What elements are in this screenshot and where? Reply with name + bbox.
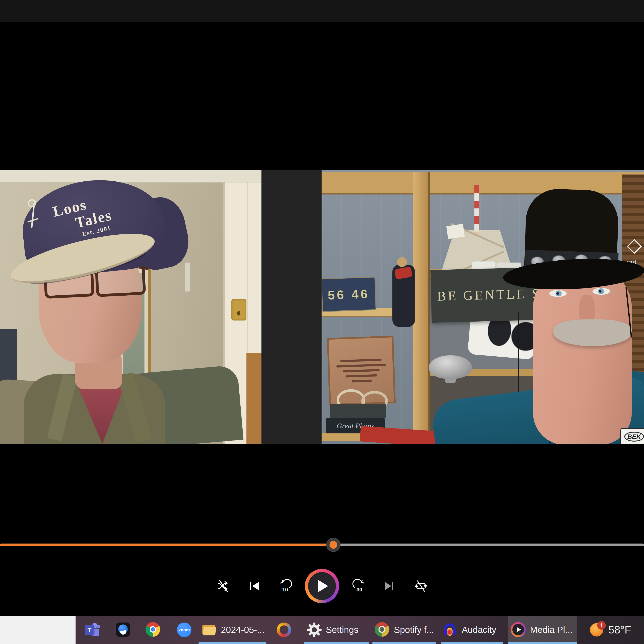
book-spine-dark: [330, 404, 386, 418]
forward-30-button[interactable]: 30: [351, 579, 366, 594]
gray-mustache: [553, 319, 632, 346]
svg-text:10: 10: [282, 587, 288, 592]
figurine-head: [397, 257, 407, 267]
rewind-10-icon: 10: [278, 579, 293, 594]
license-plate-number: 56 46: [328, 286, 370, 302]
model-derrick-pole: [474, 185, 479, 237]
video-feed-left-participant: Loos Tales Est. 2001: [0, 170, 261, 444]
cap-windmill-logo-wheel: [28, 199, 36, 207]
notification-badge: 1: [597, 621, 606, 630]
right-man-eye: [592, 288, 610, 295]
running-app-indicator: [372, 642, 436, 644]
hanging-cord: [518, 312, 519, 393]
plaque-text-line: [340, 358, 381, 362]
swirl-ring-app-icon: [277, 623, 291, 637]
taskbar-media-player-button-active[interactable]: Media Pl...: [508, 616, 577, 644]
plaque-text-line: [352, 380, 372, 382]
media-player-label: Media Pl...: [530, 625, 573, 635]
plaque-text-line: [345, 374, 377, 377]
play-button[interactable]: [305, 569, 339, 603]
running-app-indicator: [304, 642, 369, 644]
running-app-indicator: [441, 642, 503, 644]
rewind-10-button[interactable]: 10: [278, 579, 293, 594]
shuffle-off-button[interactable]: [216, 579, 231, 594]
video-feed-right-participant: 56 46 Great Plains BE GENTLE STAY F vere…: [322, 170, 644, 444]
zoom-app-icon: zoom: [177, 623, 191, 637]
silver-bowl: [429, 355, 472, 379]
play-button-inner: [308, 572, 336, 600]
shelf-top-beam: [322, 172, 644, 194]
white-card: [446, 224, 465, 239]
weather-sun-icon: 1: [590, 623, 603, 636]
bek-jacket-patch: BEK: [620, 428, 644, 444]
taskbar-settings-button[interactable]: Settings: [304, 616, 369, 644]
right-man-eye: [549, 290, 567, 297]
previous-track-icon: [247, 579, 262, 594]
taskbar-spotify-button[interactable]: Spotify f...: [372, 616, 436, 644]
shelf-post: [413, 172, 430, 444]
folder-icon: [202, 622, 217, 638]
taskbar-ring-app-button[interactable]: [275, 616, 293, 644]
seek-bar-fill: [0, 544, 333, 546]
white-window-corner: [0, 616, 76, 644]
svg-text:30: 30: [357, 587, 362, 592]
taskbar-chrome-button[interactable]: [144, 616, 163, 644]
taskbar-teams-button[interactable]: T: [83, 616, 102, 644]
seek-bar-handle-dot: [330, 541, 337, 549]
plaque-text-line: [343, 369, 380, 372]
license-plate: 56 46: [322, 277, 377, 312]
weather-temperature: 58°F: [608, 624, 631, 636]
deadbolt-keyhole: [237, 311, 240, 316]
running-app-indicator: [508, 642, 577, 644]
right-man-face: [533, 267, 632, 444]
patch-text: BEK: [627, 433, 641, 440]
media-player-icon: [511, 622, 526, 638]
teams-icon: T: [85, 622, 100, 638]
crown-molding: [0, 170, 261, 183]
audacity-icon: [442, 622, 458, 638]
play-icon: [318, 580, 328, 592]
eye-pupil: [599, 290, 601, 293]
taskbar-folder-button[interactable]: 2024-05-...: [199, 616, 266, 644]
eye-pupil: [556, 292, 559, 295]
patch-oval-border: BEK: [624, 432, 644, 442]
gear-icon: [307, 622, 322, 638]
forward-30-icon: 30: [351, 579, 366, 594]
repeat-off-icon: [413, 579, 428, 594]
settings-label: Settings: [326, 625, 358, 635]
next-track-icon: [381, 579, 396, 594]
plaque-text-line: [336, 364, 386, 368]
chrome-icon: [146, 622, 161, 638]
silver-bowl-stem: [445, 377, 456, 383]
shuffle-off-icon: [216, 579, 231, 594]
video-frame[interactable]: Loos Tales Est. 2001 56 46: [0, 170, 644, 444]
taskbar-chat-app-button[interactable]: [114, 616, 133, 644]
running-app-indicator: [199, 642, 266, 644]
glass-candlestick: [185, 263, 190, 292]
folder-label: 2024-05-...: [221, 625, 264, 635]
wood-floor-strip: [246, 353, 261, 444]
taskbar-zoom-button[interactable]: zoom: [175, 616, 194, 644]
spotify-label: Spotify f...: [394, 625, 434, 635]
dark-chat-app-icon: [115, 622, 131, 638]
brass-deadbolt-plate: [231, 299, 246, 320]
previous-track-button[interactable]: [247, 579, 262, 594]
audacity-label: Audacity: [462, 625, 496, 635]
window-title-strip: [0, 0, 644, 22]
next-track-button-disabled[interactable]: [381, 579, 396, 594]
spotify-pwa-icon: [375, 622, 390, 638]
taskbar-weather-widget[interactable]: 1 58°F: [590, 616, 644, 644]
taskbar-audacity-button[interactable]: Audacity: [441, 616, 503, 644]
repeat-off-button[interactable]: [413, 579, 428, 594]
